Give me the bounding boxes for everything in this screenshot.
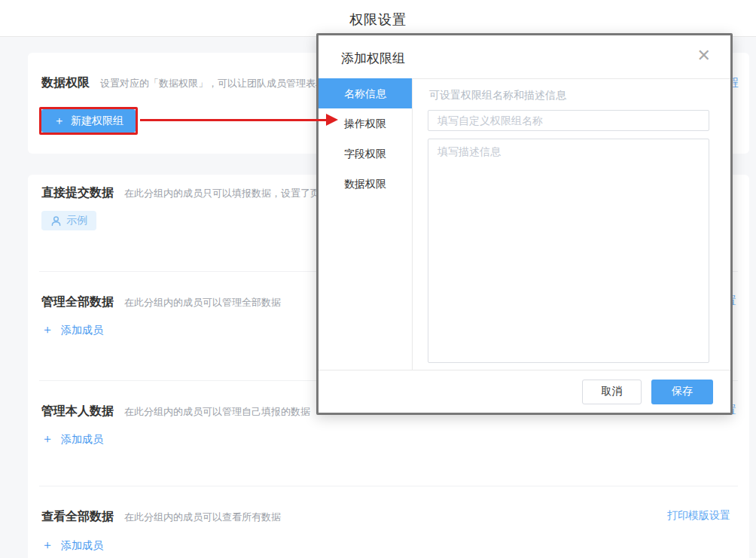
group-title: 直接提交数据 [41,186,114,199]
group-description: 在此分组内的成员可以管理自己填报的数据 [124,406,310,417]
page-title: 权限设置 [0,11,756,29]
modal-body: 可设置权限组名称和描述信息 [413,78,730,370]
tab-name-info[interactable]: 名称信息 [319,78,412,108]
new-permission-group-button[interactable]: ＋ 新建权限组 [41,109,136,133]
group-description: 在此分组内的成员可以查看所有数据 [124,511,281,523]
section-divider [39,486,738,486]
add-member-label: 添加成员 [61,324,103,337]
modal-title: 添加权限组 [341,50,405,67]
card-description: 设置对应的「数据权限」，可以让团队成员管理表单搜 [100,78,335,89]
group-title: 管理本人数据 [41,404,114,417]
add-member-link[interactable]: ＋ 添加成员 [41,538,103,553]
plus-icon: ＋ [41,431,53,447]
modal-footer: 取消 保存 [319,370,730,413]
modal-header: 添加权限组 ✕ [319,35,730,79]
annotation-arrow-line [140,119,326,121]
plus-icon: ＋ [41,322,53,338]
plus-icon: ＋ [41,538,53,553]
group-description-textarea[interactable] [428,139,709,363]
example-member-chip[interactable]: 示例 [41,211,96,230]
new-permission-group-label: 新建权限组 [71,114,123,128]
example-member-label: 示例 [66,214,87,227]
annotation-highlight-box: ＋ 新建权限组 [39,107,138,135]
tab-field-permission[interactable]: 字段权限 [319,139,412,169]
group-title: 管理全部数据 [41,295,114,308]
tab-data-permission[interactable]: 数据权限 [319,169,412,199]
add-member-label: 添加成员 [61,539,103,553]
print-template-link[interactable]: 打印模版设置 [667,509,730,523]
permission-settings-page: 权限设置 数据权限设置对应的「数据权限」，可以让团队成员管理表单搜 使用教程 ＋… [0,0,756,558]
save-button[interactable]: 保存 [651,380,713,404]
close-icon[interactable]: ✕ [697,47,711,64]
annotation-arrow-head [326,114,338,126]
top-bar: 权限设置 [0,0,756,37]
add-member-link[interactable]: ＋ 添加成员 [41,322,103,338]
person-icon [50,215,62,227]
add-member-link[interactable]: ＋ 添加成员 [41,431,103,447]
add-member-label: 添加成员 [61,433,103,447]
group-description: 在此分组内的成员可以管理全部数据 [124,297,281,308]
group-name-input[interactable] [428,110,709,131]
plus-icon: ＋ [53,114,65,128]
cancel-button[interactable]: 取消 [582,380,642,404]
card-title: 数据权限 [41,76,90,89]
group-title: 查看全部数据 [41,510,114,523]
modal-hint-text: 可设置权限组名称和描述信息 [429,89,709,102]
group-description: 在此分组内的成员只可以填报数据，设置了页面 [124,188,330,199]
add-permission-group-modal: 添加权限组 ✕ 名称信息 操作权限 字段权限 数据权限 可设置权限组名称和描述信… [316,33,733,415]
